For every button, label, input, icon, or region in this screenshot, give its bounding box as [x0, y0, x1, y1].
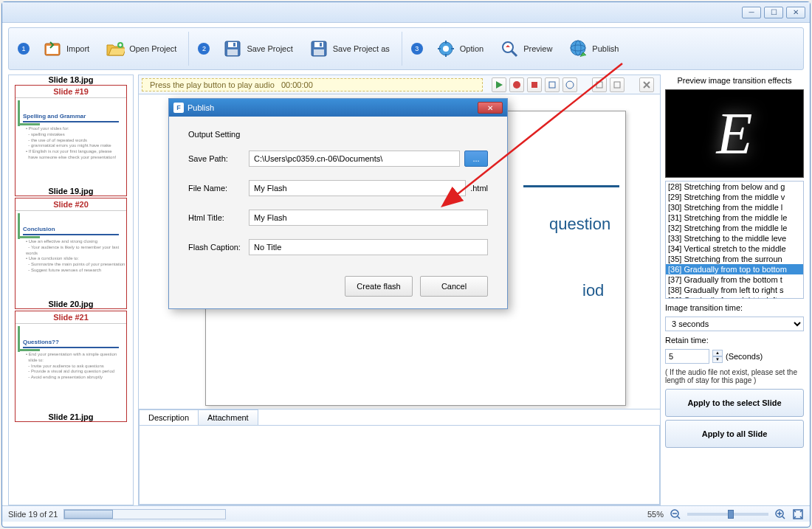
cancel-button[interactable]: Cancel	[420, 276, 488, 297]
description-textarea[interactable]	[139, 425, 660, 505]
svg-rect-27	[614, 82, 620, 88]
effect-item[interactable]: [37] Gradually from the bottom t	[666, 274, 803, 285]
fit-screen-icon[interactable]	[792, 508, 804, 520]
svg-line-30	[678, 516, 680, 519]
step-1-badge: 1	[18, 43, 30, 55]
zoom-level: 55%	[647, 510, 664, 519]
slide-thumb-20[interactable]: Slide #20 Conclusion • Use an effective …	[15, 198, 127, 309]
dialog-close-button[interactable]: ✕	[478, 102, 503, 114]
effect-item[interactable]: [36] Gradually from top to bottom	[666, 264, 803, 274]
file-name-input[interactable]	[249, 180, 466, 196]
slide-thumb-image: Conclusion • Use an effective and strong…	[16, 210, 126, 299]
close-button[interactable]: ✕	[786, 7, 805, 18]
audio-toolbar: Press the play button to play audio 00:0…	[139, 75, 660, 94]
publish-button[interactable]: Publish	[561, 32, 626, 66]
play-icon[interactable]	[492, 77, 506, 92]
description-panel: Description Attachment	[139, 409, 660, 505]
save-project-button[interactable]: Save Project	[216, 32, 300, 66]
right-panel: Preview image transition effects E [28] …	[665, 75, 804, 505]
minimize-button[interactable]: ─	[742, 7, 761, 18]
transition-time-select[interactable]: 3 seconds	[665, 317, 804, 331]
svg-rect-23	[531, 82, 537, 88]
spinner-up-icon[interactable]: ▲	[712, 350, 723, 356]
effect-item[interactable]: [33] Stretching to the middle leve	[666, 233, 803, 243]
svg-point-22	[513, 81, 520, 89]
effect-item[interactable]: [30] Stretching from the middle l	[666, 202, 803, 212]
tab-description[interactable]: Description	[139, 409, 199, 426]
effect-item[interactable]: [29] Stretching from the middle v	[666, 192, 803, 202]
svg-point-25	[566, 81, 574, 89]
open-project-button[interactable]: Open Project	[98, 32, 184, 66]
maximize-button[interactable]: ☐	[764, 7, 783, 18]
effect-item[interactable]: [35] Stretching from the surroun	[666, 254, 803, 264]
zoom-out-icon[interactable]	[670, 508, 681, 520]
slide-caption: Slide 20.jpg	[16, 299, 126, 308]
audio-btn-4[interactable]	[545, 77, 560, 92]
app-window: ─ ☐ ✕ 1 Import Open Project 2 Save Proje…	[1, 1, 811, 528]
save-path-input[interactable]	[249, 151, 460, 167]
apply-to-all-button[interactable]: Apply to all Slide	[665, 420, 804, 448]
save-project-as-button[interactable]: Save Project as	[302, 32, 397, 66]
spinner-down-icon[interactable]: ▼	[712, 356, 723, 363]
slide-caption: Slide 19.jpg	[16, 186, 126, 196]
dialog-titlebar[interactable]: F Publish ✕	[169, 99, 507, 117]
create-flash-button[interactable]: Create flash	[345, 276, 413, 297]
svg-line-34	[782, 516, 785, 519]
slide-thumb-21[interactable]: Slide #21 Questions?? • End your present…	[15, 311, 127, 422]
transition-preview: E	[665, 89, 804, 178]
audio-delete-icon[interactable]	[639, 77, 654, 92]
effect-item[interactable]: [31] Stretching from the middle le	[666, 212, 803, 223]
effects-list[interactable]: [28] Stretching from below and g[29] Str…	[665, 181, 804, 299]
apply-to-select-button[interactable]: Apply to the select Slide	[665, 389, 804, 417]
magnifier-icon	[500, 39, 519, 58]
svg-rect-5	[227, 49, 238, 55]
effect-item[interactable]: [38] Gradually from left to right s	[666, 285, 803, 295]
save-project-label: Save Project	[247, 44, 292, 53]
slide-thumb-title: Slide #21	[16, 311, 126, 323]
tab-attachment[interactable]: Attachment	[198, 409, 258, 426]
effect-item[interactable]: [32] Stretching from the middle le	[666, 223, 803, 233]
stop-icon[interactable]	[527, 77, 542, 92]
svg-rect-24	[549, 82, 555, 88]
retain-unit-label: (Seconds)	[726, 352, 763, 361]
svg-line-18	[512, 51, 517, 56]
status-scrollbar[interactable]	[63, 509, 226, 519]
option-button[interactable]: Option	[429, 32, 491, 66]
audio-btn-5[interactable]	[562, 77, 577, 92]
slides-panel[interactable]: Slide 18.jpg Slide #19 Spelling and Gram…	[8, 75, 134, 505]
flash-caption-input[interactable]	[249, 239, 488, 255]
svg-rect-8	[314, 42, 323, 47]
preview-button[interactable]: Preview	[492, 32, 560, 66]
dialog-title: Publish	[187, 103, 214, 112]
slide-thumb-title: Slide #20	[16, 198, 126, 210]
step-2-badge: 2	[198, 43, 210, 55]
globe-publish-icon	[568, 39, 588, 58]
import-button[interactable]: Import	[35, 32, 97, 66]
html-title-label: Html Title:	[188, 213, 249, 222]
record-icon[interactable]	[509, 77, 524, 92]
effect-item[interactable]: [34] Vertical stretch to the middle	[666, 243, 803, 254]
audio-btn-7[interactable]	[610, 77, 625, 92]
preview-label: Preview	[523, 44, 552, 53]
audio-btn-6[interactable]	[592, 77, 607, 92]
slide-thumb-19[interactable]: Slide #19 Spelling and Grammar • Proof y…	[15, 85, 127, 196]
html-title-input[interactable]	[249, 210, 488, 226]
import-icon	[43, 39, 62, 58]
browse-button[interactable]: ...	[464, 151, 488, 167]
publish-dialog: F Publish ✕ Output Setting Save Path: ..…	[168, 98, 508, 309]
file-name-label: File Name:	[188, 184, 249, 193]
statusbar: Slide 19 of 21 55%	[2, 505, 810, 522]
slide-thumb-image: Questions?? • End your presentation with…	[16, 323, 126, 412]
save-as-icon	[309, 39, 328, 58]
retain-time-input[interactable]	[665, 349, 709, 364]
effect-item[interactable]: [39] Gradually from right to left c	[666, 295, 803, 299]
dialog-icon: F	[173, 103, 184, 113]
zoom-slider[interactable]	[687, 513, 768, 516]
retain-spinner[interactable]: ▲ ▼	[712, 350, 723, 363]
canvas-text: question	[549, 215, 610, 234]
option-label: Option	[460, 44, 484, 53]
zoom-in-icon[interactable]	[774, 508, 786, 520]
effect-item[interactable]: [28] Stretching from below and g	[666, 181, 803, 192]
svg-rect-9	[314, 49, 324, 55]
save-path-label: Save Path:	[188, 154, 249, 163]
